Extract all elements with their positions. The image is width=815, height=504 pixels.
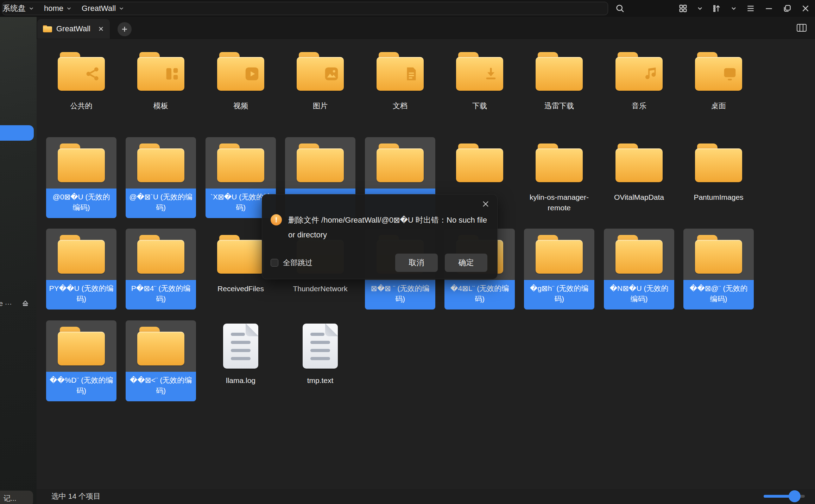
folder-icon <box>377 143 424 182</box>
tab-label: GreatWall <box>56 24 94 33</box>
file-label: 公共的 <box>46 97 116 111</box>
folder-tile[interactable]: 桌面 <box>683 46 754 127</box>
ok-button[interactable]: 确定 <box>445 254 487 272</box>
video-emblem-icon <box>244 66 260 82</box>
file-label: ThunderNetwork <box>285 280 355 294</box>
breadcrumb-label: home <box>44 4 63 13</box>
file-icon <box>303 324 338 369</box>
slider-handle[interactable] <box>789 490 801 502</box>
folder-icon <box>217 235 264 274</box>
folder-icon <box>536 52 583 91</box>
folder-tile[interactable]: 迅雷下载 <box>524 46 594 127</box>
breadcrumb-label: 系统盘 <box>2 3 26 14</box>
folder-icon <box>297 143 344 182</box>
file-label: @�⊠`U (无效的编码) <box>126 189 196 218</box>
folder-tile[interactable]: 下载 <box>444 46 515 127</box>
folder-tile[interactable]: PY��U (无效的编码) <box>46 229 116 310</box>
view-mode-icon[interactable] <box>678 4 688 13</box>
sidebar-bottom-item[interactable]: 记... <box>0 491 33 504</box>
eject-icon[interactable] <box>21 299 30 308</box>
tab-close-icon[interactable] <box>98 26 104 32</box>
cancel-button[interactable]: 取消 <box>395 254 438 272</box>
folder-icon <box>615 52 663 91</box>
breadcrumb-home[interactable]: home <box>39 2 77 15</box>
folder-tile[interactable]: 音乐 <box>604 46 674 127</box>
folder-tile[interactable]: 公共的 <box>46 46 116 127</box>
tab-greatwall[interactable]: GreatWall <box>37 19 110 39</box>
file-label: 图片 <box>285 97 355 111</box>
file-label: ⊠�⊠ ¨ (无效的编码) <box>365 280 435 310</box>
file-tile[interactable]: tmp.text <box>285 320 355 401</box>
image-emblem-icon <box>323 66 340 82</box>
sidebar-selected-item[interactable] <box>0 125 34 141</box>
folder-tile[interactable]: @0⊠�U (无效的编码) <box>46 137 116 218</box>
document-emblem-icon <box>403 66 419 82</box>
folder-tile[interactable]: P�⊠4¨ (无效的编码) <box>126 229 196 310</box>
toolbar: 系统盘 home GreatWall <box>0 0 815 17</box>
folder-tile[interactable]: 图片 <box>285 46 355 127</box>
folder-tile[interactable]: ��%D¨ (无效的编码) <box>46 320 116 401</box>
file-label: 下载 <box>444 97 515 111</box>
chevron-down-icon <box>66 6 72 11</box>
file-label: ��⊠@¨ (无效的编码) <box>683 280 754 310</box>
folder-tile[interactable]: 文档 <box>365 46 435 127</box>
folder-icon <box>615 143 663 182</box>
folder-icon <box>217 143 264 182</box>
folder-icon <box>695 235 742 274</box>
folder-icon <box>43 25 52 32</box>
folder-icon <box>456 143 503 182</box>
skip-all-option[interactable]: 全部跳过 <box>271 258 312 268</box>
device-label: be ··· <box>0 300 12 308</box>
file-label: OVitalMapData <box>604 189 674 203</box>
folder-tile[interactable]: PantumImages <box>683 137 754 218</box>
address-bar[interactable]: 系统盘 home GreatWall <box>2 2 608 15</box>
search-icon[interactable] <box>615 4 625 13</box>
zoom-slider[interactable] <box>764 490 805 502</box>
folder-tile[interactable]: 视频 <box>206 46 276 127</box>
download-emblem-icon <box>483 66 499 82</box>
sidebar-bottom-label: 记... <box>4 494 17 503</box>
folder-tile[interactable]: 模板 <box>126 46 196 127</box>
folder-icon <box>58 327 105 365</box>
dialog-message: 删除文件 /home/GreatWall/@0⊠�U 时出错：No such f… <box>288 213 488 242</box>
maximize-icon[interactable] <box>783 4 792 13</box>
sidebar-device-item[interactable]: be ··· <box>0 296 37 311</box>
file-label: tmp.text <box>285 372 355 386</box>
dialog-close-icon[interactable] <box>482 200 489 209</box>
file-label: ReceivedFiles <box>206 280 276 294</box>
new-tab-button[interactable] <box>118 22 132 36</box>
folder-tile[interactable]: @�⊠`U (无效的编码) <box>126 137 196 218</box>
file-label: ��⊠<¨ (无效的编码) <box>126 372 196 401</box>
chevron-down-icon <box>29 6 34 11</box>
breadcrumb-greatwall[interactable]: GreatWall <box>77 2 129 15</box>
folder-icon <box>695 143 742 182</box>
tab-bar: GreatWall <box>37 17 815 39</box>
sort-dropdown-icon[interactable] <box>731 5 737 12</box>
folder-tile[interactable]: ��⊠@¨ (无效的编码) <box>683 229 754 310</box>
breadcrumb-label: GreatWall <box>82 4 116 13</box>
file-label: 桌面 <box>683 97 754 111</box>
folder-tile[interactable]: kylin-os-manager-remote <box>524 137 594 218</box>
folder-tile[interactable]: �g⊠h¨ (无效的编码) <box>524 229 594 310</box>
file-label: PantumImages <box>683 189 754 203</box>
file-tile[interactable]: llama.log <box>206 320 276 401</box>
file-label: �N⊠�U (无效的编码) <box>604 280 674 310</box>
checkbox-icon[interactable] <box>271 259 278 267</box>
file-label: 音乐 <box>604 97 674 111</box>
chevron-down-icon <box>119 6 124 11</box>
folder-tile[interactable]: ��⊠<¨ (无效的编码) <box>126 320 196 401</box>
menu-icon[interactable] <box>746 4 755 13</box>
close-icon[interactable] <box>801 4 810 13</box>
view-mode-dropdown-icon[interactable] <box>697 5 703 12</box>
folder-tile[interactable]: �N⊠�U (无效的编码) <box>604 229 674 310</box>
folder-tile[interactable]: OVitalMapData <box>604 137 674 218</box>
file-label: �4⊠L¨ (无效的编码) <box>444 280 515 310</box>
minimize-icon[interactable] <box>764 4 773 13</box>
file-label: 模板 <box>126 97 196 111</box>
folder-icon <box>137 327 184 365</box>
sort-icon[interactable] <box>712 4 721 13</box>
breadcrumb-system-disk[interactable]: 系统盘 <box>2 2 39 15</box>
folder-icon <box>536 143 583 182</box>
file-label: P�⊠4¨ (无效的编码) <box>126 280 196 310</box>
split-view-icon[interactable] <box>796 23 807 34</box>
